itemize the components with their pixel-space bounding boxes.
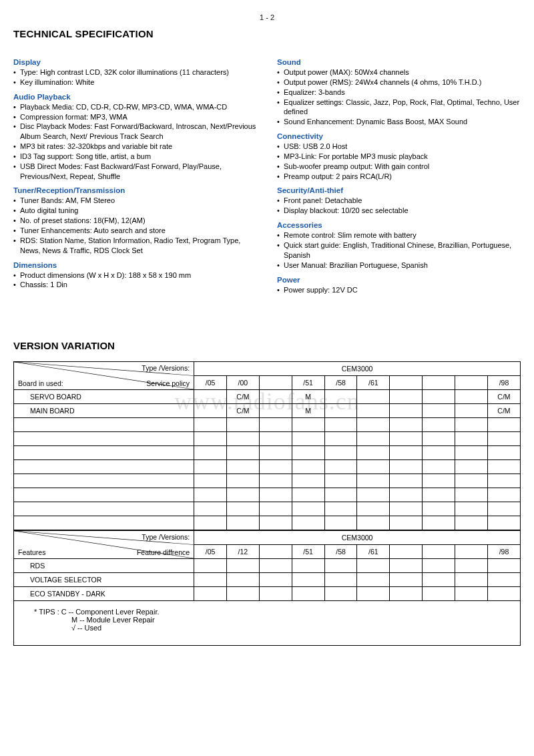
spec-list: USB: USB 2.0 HostMP3-Link: For portable …	[277, 142, 521, 181]
cell	[324, 404, 357, 418]
cell	[487, 587, 520, 601]
blank-cell	[259, 474, 292, 488]
blank-cell	[423, 488, 455, 502]
spec-right-column: SoundOutput power (MAX): 50Wx4 channelsO…	[277, 53, 521, 300]
blank-cell	[14, 488, 194, 502]
cell	[423, 390, 455, 404]
blank-cell	[226, 460, 259, 474]
section-title: Security/Anti-thief	[277, 186, 521, 194]
blank-cell	[292, 460, 324, 474]
version-col-header: /05	[194, 545, 227, 559]
spec-item: Tuner Bands: AM, FM Stereo	[13, 196, 257, 206]
cell	[423, 587, 455, 601]
diag-label-bl: Board in used:	[18, 379, 63, 387]
cell	[292, 573, 324, 587]
spec-list: Remote control: Slim remote with battery…	[277, 230, 521, 270]
blank-cell	[357, 474, 390, 488]
row-label: SERVO BOARD	[14, 390, 194, 404]
blank-cell	[226, 418, 259, 432]
tips-box: * TIPS : C -- Component Lever Repair.M -…	[13, 601, 521, 646]
blank-cell	[259, 432, 292, 446]
blank-cell	[487, 502, 520, 516]
blank-cell	[423, 460, 455, 474]
spec-item: Output power (RMS): 24Wx4 channels (4 oh…	[277, 77, 521, 87]
blank-cell	[259, 516, 292, 530]
blank-cell	[487, 460, 520, 474]
spec-list: Front panel: DetachableDisplay blackout:…	[277, 196, 521, 216]
version-col-header	[423, 376, 455, 390]
version-col-header	[390, 545, 423, 559]
spec-list: Product dimensions (W x H x D): 188 x 58…	[13, 270, 257, 291]
diag-label-br: Feature diffrence	[137, 548, 190, 556]
cell	[357, 404, 390, 418]
blank-cell	[292, 502, 324, 516]
cell	[455, 573, 488, 587]
spec-list: Output power (MAX): 50Wx4 channelsOutput…	[277, 67, 521, 127]
cell	[194, 390, 227, 404]
cell	[455, 559, 488, 573]
cell	[324, 559, 357, 573]
diag-label-br: Service policy	[146, 379, 190, 387]
diag-label-bl: Features	[18, 548, 45, 556]
blank-cell	[14, 460, 194, 474]
spec-item: Auto digital tuning	[13, 206, 257, 216]
cell	[194, 559, 227, 573]
spec-item: Tuner Enhancements: Auto search and stor…	[13, 226, 257, 236]
version-tables: Type /Versions:Board in used:Service pol…	[13, 361, 521, 646]
version-col-header	[455, 545, 488, 559]
cell	[390, 573, 423, 587]
blank-cell	[357, 432, 390, 446]
blank-cell	[226, 516, 259, 530]
blank-cell	[390, 446, 423, 460]
cell	[292, 559, 324, 573]
blank-cell	[324, 460, 357, 474]
version-col-header: /61	[357, 545, 390, 559]
spec-item: USB: USB 2.0 Host	[277, 142, 521, 152]
cell	[324, 573, 357, 587]
cell	[423, 573, 455, 587]
spec-item: USB Direct Modes: Fast Backward/Fast For…	[13, 162, 257, 182]
cell	[390, 390, 423, 404]
diag-header-cell: Type /Versions:FeaturesFeature diffrence	[14, 531, 194, 559]
tips-line: √ -- Used	[34, 624, 500, 632]
blank-cell	[226, 488, 259, 502]
version-col-header	[455, 376, 488, 390]
blank-cell	[194, 460, 227, 474]
spec-list: Power supply: 12V DC	[277, 285, 521, 295]
version-col-header: /51	[292, 545, 324, 559]
blank-cell	[423, 516, 455, 530]
spec-item: ID3 Tag support: Song title, artist, a b…	[13, 152, 257, 162]
blank-cell	[390, 488, 423, 502]
version-col-header: /58	[324, 545, 357, 559]
cell	[259, 390, 292, 404]
cell	[487, 573, 520, 587]
blank-cell	[259, 446, 292, 460]
blank-cell	[390, 516, 423, 530]
cell	[357, 587, 390, 601]
blank-cell	[194, 432, 227, 446]
section-title: Accessories	[277, 221, 521, 229]
blank-cell	[487, 432, 520, 446]
cell	[226, 573, 259, 587]
blank-cell	[14, 502, 194, 516]
cell	[423, 559, 455, 573]
spec-list: Tuner Bands: AM, FM StereoAuto digital t…	[13, 196, 257, 255]
version-col-header: /58	[324, 376, 357, 390]
version-col-header: /98	[487, 376, 520, 390]
cell	[194, 587, 227, 601]
blank-cell	[324, 474, 357, 488]
version-col-header	[259, 376, 292, 390]
blank-cell	[357, 460, 390, 474]
spec-item: MP3 bit rates: 32-320kbps and variable b…	[13, 142, 257, 152]
version-col-header: /12	[226, 545, 259, 559]
cell	[455, 587, 488, 601]
section-title: Connectivity	[277, 132, 521, 140]
cell	[194, 404, 227, 418]
spec-item: Compression format: MP3, WMA	[13, 112, 257, 122]
blank-cell	[423, 446, 455, 460]
cell	[226, 587, 259, 601]
version-col-header: /00	[226, 376, 259, 390]
blank-cell	[390, 474, 423, 488]
cell: M	[292, 390, 324, 404]
blank-cell	[292, 488, 324, 502]
